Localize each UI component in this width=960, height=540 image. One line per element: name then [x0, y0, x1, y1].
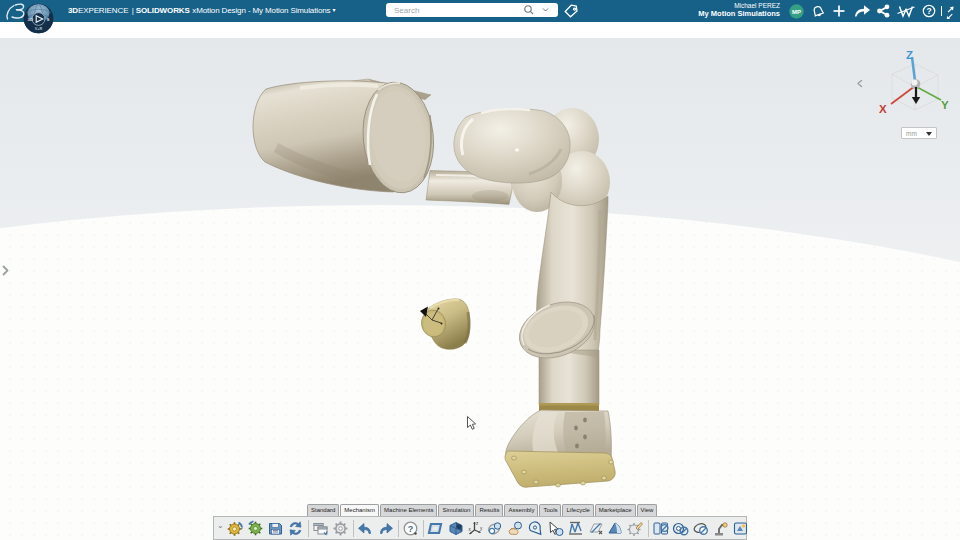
- svg-text:MP: MP: [792, 9, 801, 15]
- svg-text:x: x: [469, 527, 472, 532]
- svg-text:S: S: [47, 17, 50, 22]
- svg-text:z: z: [476, 521, 479, 526]
- svg-text:y: y: [480, 526, 483, 531]
- svg-text:?: ?: [926, 6, 931, 16]
- svg-text:?: ?: [408, 524, 414, 534]
- svg-text:V+R: V+R: [35, 27, 43, 31]
